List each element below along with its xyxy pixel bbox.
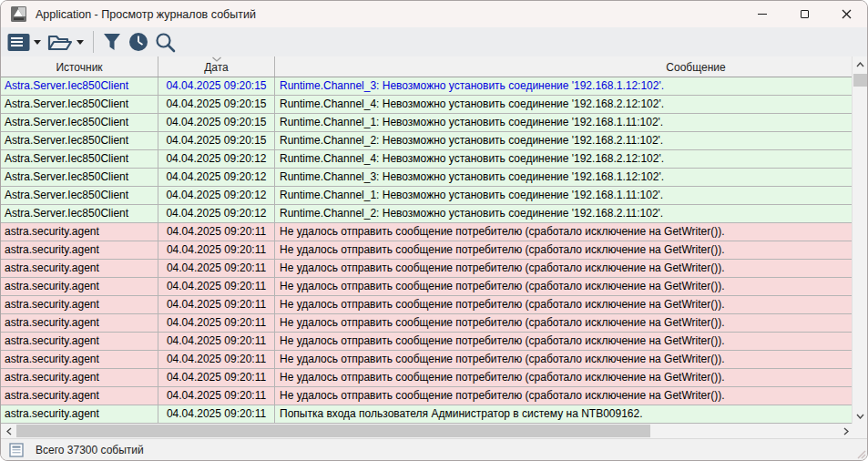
table-row[interactable]: astra.security.agent 04.04.2025 09:20:11…	[1, 351, 853, 369]
table-row[interactable]: astra.security.agent 04.04.2025 09:20:11…	[1, 369, 853, 387]
cell-message: Runtime.Channel_3: Невозможно установить…	[275, 77, 853, 96]
chevron-right-icon	[843, 427, 849, 435]
cell-message: Не удалось отправить сообщение потребите…	[275, 314, 853, 333]
cell-message: Не удалось отправить сообщение потребите…	[275, 278, 853, 296]
title-bar[interactable]: Application - Просмотр журналов событий	[1, 1, 867, 27]
table-row[interactable]: astra.security.agent 04.04.2025 09:20:11…	[1, 223, 853, 241]
table-row[interactable]: Astra.Server.Iec850Client 04.04.2025 09:…	[1, 114, 853, 132]
close-icon	[842, 9, 852, 19]
cell-message: Runtime.Channel_4: Невозможно установить…	[275, 96, 853, 114]
toolbar-separator	[93, 31, 94, 53]
cell-date: 04.04.2025 09:20:15	[158, 114, 275, 132]
open-log-button[interactable]	[46, 31, 85, 54]
column-header-label: Дата	[204, 61, 229, 74]
cell-message: Runtime.Channel_1: Невозможно установить…	[275, 187, 853, 205]
table-row[interactable]: Astra.Server.Iec850Client 04.04.2025 09:…	[1, 205, 853, 223]
cell-source: astra.security.agent	[1, 260, 158, 278]
minimize-button[interactable]	[741, 1, 783, 27]
magnifier-icon	[155, 32, 176, 53]
log-summary-icon	[9, 443, 24, 457]
close-button[interactable]	[825, 1, 867, 27]
log-list-menu-button[interactable]	[6, 31, 42, 54]
chevron-up-icon	[856, 62, 864, 67]
cell-source: astra.security.agent	[1, 387, 158, 405]
cell-message: Runtime.Channel_3: Невозможно установить…	[275, 169, 853, 187]
maximize-button[interactable]	[783, 1, 825, 27]
window-controls	[741, 1, 867, 27]
clock-icon	[128, 32, 148, 52]
cell-source: astra.security.agent	[1, 296, 158, 314]
cell-message: Не удалось отправить сообщение потребите…	[275, 260, 853, 278]
table-row[interactable]: astra.security.agent 04.04.2025 09:20:11…	[1, 241, 853, 260]
table-row[interactable]: Astra.Server.Iec850Client 04.04.2025 09:…	[1, 77, 853, 96]
scroll-left-button[interactable]	[1, 424, 16, 438]
chevron-left-icon	[6, 427, 12, 435]
horizontal-scrollbar[interactable]	[1, 424, 853, 438]
horizontal-scroll-thumb[interactable]	[16, 425, 650, 437]
cell-message: Не удалось отправить сообщение потребите…	[275, 296, 853, 314]
table-row[interactable]: Astra.Server.Iec850Client 04.04.2025 09:…	[1, 96, 853, 114]
cell-message: Не удалось отправить сообщение потребите…	[275, 387, 853, 405]
cell-date: 04.04.2025 09:20:12	[158, 150, 275, 169]
cell-date: 04.04.2025 09:20:11	[158, 241, 275, 260]
column-header-date[interactable]: Дата	[158, 56, 275, 77]
cell-source: astra.security.agent	[1, 241, 158, 260]
scroll-down-button[interactable]	[853, 408, 867, 424]
table-row[interactable]: astra.security.agent 04.04.2025 09:20:11…	[1, 314, 853, 333]
filter-button[interactable]	[101, 30, 123, 54]
status-text: Всего 37300 событий	[36, 444, 144, 456]
table-row[interactable]: astra.security.agent 04.04.2025 09:20:11…	[1, 387, 853, 405]
table-row[interactable]: Astra.Server.Iec850Client 04.04.2025 09:…	[1, 187, 853, 205]
chevron-down-icon	[856, 414, 864, 419]
window-title: Application - Просмотр журналов событий	[36, 8, 256, 21]
cell-source: astra.security.agent	[1, 369, 158, 387]
cell-source: Astra.Server.Iec850Client	[1, 169, 158, 187]
scroll-up-button[interactable]	[853, 56, 867, 72]
chevron-down-icon	[34, 40, 41, 45]
cell-date: 04.04.2025 09:20:11	[158, 333, 275, 351]
column-header-label: Источник	[56, 61, 102, 74]
cell-source: astra.security.agent	[1, 223, 158, 241]
app-logo-icon[interactable]	[11, 6, 26, 22]
event-grid: Источник Дата Сообщение Astra.Server.Iec…	[1, 56, 867, 438]
cell-date: 04.04.2025 09:20:12	[158, 205, 275, 223]
column-header-message[interactable]: Сообщение	[275, 56, 853, 77]
toolbar	[1, 27, 867, 56]
cell-date: 04.04.2025 09:20:12	[158, 187, 275, 205]
cell-source: astra.security.agent	[1, 333, 158, 351]
grid-header: Источник Дата Сообщение	[1, 56, 853, 77]
minimize-icon	[758, 14, 767, 15]
resize-grip-icon[interactable]	[855, 448, 866, 459]
table-row[interactable]: astra.security.agent 04.04.2025 09:20:11…	[1, 405, 853, 424]
table-row[interactable]: Astra.Server.Iec850Client 04.04.2025 09:…	[1, 150, 853, 169]
cell-source: astra.security.agent	[1, 351, 158, 369]
cell-date: 04.04.2025 09:20:12	[158, 169, 275, 187]
cell-date: 04.04.2025 09:20:15	[158, 77, 275, 96]
cell-date: 04.04.2025 09:20:15	[158, 132, 275, 150]
cell-message: Не удалось отправить сообщение потребите…	[275, 369, 853, 387]
cell-message: Runtime.Channel_2: Невозможно установить…	[275, 205, 853, 223]
vertical-scroll-thumb[interactable]	[853, 74, 867, 87]
list-menu-icon	[7, 33, 30, 52]
cell-date: 04.04.2025 09:20:11	[158, 223, 275, 241]
cell-source: Astra.Server.Iec850Client	[1, 150, 158, 169]
table-row[interactable]: astra.security.agent 04.04.2025 09:20:11…	[1, 296, 853, 314]
column-header-label: Сообщение	[666, 61, 725, 74]
cell-message: Runtime.Channel_1: Невозможно установить…	[275, 114, 853, 132]
table-row[interactable]: astra.security.agent 04.04.2025 09:20:11…	[1, 260, 853, 278]
cell-message: Runtime.Channel_4: Невозможно установить…	[275, 150, 853, 169]
table-row[interactable]: Astra.Server.Iec850Client 04.04.2025 09:…	[1, 132, 853, 150]
vertical-scrollbar[interactable]	[852, 56, 867, 424]
table-row[interactable]: astra.security.agent 04.04.2025 09:20:11…	[1, 278, 853, 296]
cell-source: Astra.Server.Iec850Client	[1, 187, 158, 205]
table-row[interactable]: Astra.Server.Iec850Client 04.04.2025 09:…	[1, 169, 853, 187]
maximize-icon	[801, 10, 809, 18]
cell-message: Попытка входа пользователя Администратор…	[275, 405, 853, 424]
time-filter-button[interactable]	[128, 30, 149, 54]
cell-date: 04.04.2025 09:20:11	[158, 387, 275, 405]
search-button[interactable]	[154, 30, 177, 55]
cell-source: Astra.Server.Iec850Client	[1, 96, 158, 114]
table-row[interactable]: astra.security.agent 04.04.2025 09:20:11…	[1, 333, 853, 351]
cell-source: Astra.Server.Iec850Client	[1, 77, 158, 96]
column-header-source[interactable]: Источник	[1, 56, 158, 77]
